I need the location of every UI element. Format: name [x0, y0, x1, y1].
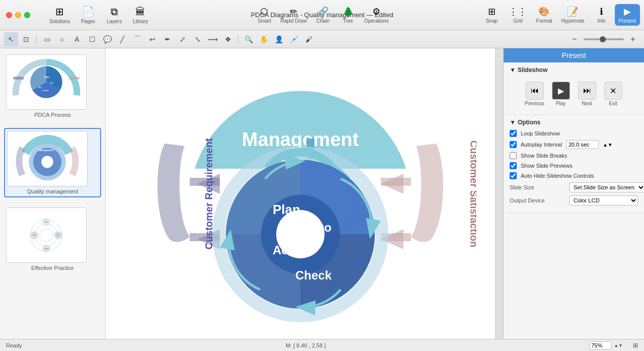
minimize-button[interactable] — [15, 12, 21, 18]
svg-text:Act: Act — [43, 164, 45, 166]
solutions-button[interactable]: ⊞ Solutions — [45, 4, 74, 26]
rapid-draw-icon: ✏ — [290, 6, 297, 17]
slide-1-thumb[interactable]: Plan Do Act Check PDCA Process — [4, 52, 101, 120]
maximize-button[interactable] — [24, 12, 30, 18]
library-icon: 🏛 — [135, 6, 145, 18]
hypernote-button[interactable]: 📝 Hypernote — [557, 4, 588, 26]
operations-button[interactable]: ⚙ Operations — [361, 4, 392, 26]
bezier-tool[interactable]: ⟿ — [206, 32, 220, 46]
zoom-display[interactable]: ▲▼ — [589, 341, 623, 349]
search-tool[interactable]: 🔍 — [242, 32, 256, 46]
canvas-area[interactable]: Management — [106, 48, 503, 339]
slide-3-thumb[interactable]: Plan Do Check Act Effective Practice — [4, 205, 101, 273]
show-breaks-checkbox[interactable] — [510, 152, 517, 159]
toolbar-right: ⊞ Snap ⋮⋮ Grid 🎨 Format 📝 Hypernote ℹ In… — [479, 4, 644, 26]
fit-page-button[interactable]: ⊞ — [633, 342, 638, 349]
tree-button[interactable]: 🌲 Tree — [336, 4, 360, 26]
ellipse-tool[interactable]: ○ — [55, 32, 69, 46]
user-tool[interactable]: 👤 — [272, 32, 286, 46]
multiselect-tool[interactable]: ⊡ — [19, 32, 33, 46]
library-button[interactable]: 🏛 Library — [128, 4, 152, 26]
pages-icon: 📄 — [82, 6, 95, 18]
zoom-slider[interactable] — [584, 38, 624, 40]
fill-tool[interactable]: 🖌 — [302, 32, 316, 46]
shape-tool[interactable]: ❖ — [221, 32, 235, 46]
show-previews-checkbox[interactable] — [510, 162, 517, 169]
slideshow-header[interactable]: ▼ Slideshow — [510, 66, 638, 74]
slide-2-label: Quality management — [7, 188, 98, 194]
format-button[interactable]: 🎨 Format — [532, 4, 556, 26]
slide-size-select[interactable]: Set Slide Size as Screen — [569, 182, 644, 192]
hand-tool[interactable]: ✋ — [257, 32, 271, 46]
diagram-canvas: Management — [106, 48, 495, 339]
layers-button[interactable]: ⧉ Layers — [102, 4, 126, 26]
exit-button[interactable]: ✕ Exit — [603, 82, 623, 106]
rapid-draw-button[interactable]: ✏ Rapid Draw — [277, 4, 309, 26]
options-collapse-icon: ▼ — [510, 119, 516, 126]
slide-size-row: Slide Size Set Slide Size as Screen — [510, 182, 638, 192]
smart-button[interactable]: ⬡ Smart — [252, 4, 276, 26]
eyedropper-tool[interactable]: 💉 — [287, 32, 301, 46]
output-device-label: Output Device — [510, 197, 565, 203]
zoom-out-button[interactable]: − — [568, 32, 582, 46]
autoplay-stepper[interactable]: ▲▼ — [603, 142, 613, 148]
vertical-scrollbar[interactable] — [495, 48, 503, 339]
present-button[interactable]: ▶ Present — [615, 4, 640, 26]
curve-tool[interactable]: ⌒ — [130, 32, 144, 46]
smart-icon: ⬡ — [260, 6, 268, 17]
arc-tool[interactable]: ↩ — [145, 32, 159, 46]
next-icon: ⏭ — [578, 82, 596, 100]
close-button[interactable] — [6, 12, 12, 18]
play-icon: ▶ — [552, 82, 570, 100]
zoom-input[interactable] — [589, 341, 612, 349]
snap-icon: ⊞ — [488, 6, 496, 17]
play-button[interactable]: ▶ Play — [551, 82, 571, 106]
next-label: Next — [582, 101, 592, 106]
svg-rect-7 — [13, 77, 24, 79]
info-icon: ℹ — [600, 6, 603, 17]
pen-tool[interactable]: ✒ — [160, 32, 175, 46]
svg-text:Plan: Plan — [44, 76, 49, 79]
solutions-icon: ⊞ — [55, 6, 64, 18]
play-label: Play — [556, 101, 566, 106]
slide-1-preview: Plan Do Act Check — [6, 54, 87, 110]
auto-hide-row: Auto Hide Slideshow Controls — [510, 172, 638, 179]
callout-tool[interactable]: 💬 — [100, 32, 114, 46]
rectangle-tool[interactable]: ▭ — [40, 32, 54, 46]
loop-slideshow-checkbox[interactable] — [510, 130, 517, 137]
snap-button[interactable]: ⊞ Snap — [479, 4, 504, 26]
previous-icon: ⏮ — [526, 82, 544, 100]
svg-text:Act: Act — [273, 243, 292, 257]
pages-button[interactable]: 📄 Pages — [76, 4, 100, 26]
grid-button[interactable]: ⋮⋮ Grid — [505, 4, 531, 26]
line-tool[interactable]: ╱ — [115, 32, 129, 46]
svg-text:Check: Check — [45, 167, 49, 169]
titlebar: ⊞ Solutions 📄 Pages ⧉ Layers 🏛 Library P… — [0, 0, 644, 30]
present-panel: Present ▼ Slideshow ⏮ Previous ▶ Play ⏭ … — [503, 48, 644, 339]
connector-tool[interactable]: ⤢ — [176, 32, 190, 46]
auto-hide-checkbox[interactable] — [510, 172, 517, 179]
operations-icon: ⚙ — [372, 6, 380, 17]
loop-slideshow-row: Loop Slideshow — [510, 130, 638, 137]
zoom-in-button[interactable]: + — [626, 32, 640, 46]
options-header[interactable]: ▼ Options — [510, 119, 638, 126]
show-breaks-label: Show Slide Breaks — [521, 153, 567, 159]
slide-2-thumb[interactable]: Management Plan Do Act Check Quality man… — [4, 128, 101, 197]
svg-rect-41 — [381, 178, 411, 186]
select-tool[interactable]: ↖ — [4, 32, 18, 46]
smart-connector-tool[interactable]: ⤡ — [191, 32, 205, 46]
autoplay-checkbox[interactable] — [510, 141, 517, 148]
textbox-tool[interactable]: ☐ — [85, 32, 99, 46]
svg-rect-8 — [69, 77, 79, 79]
svg-rect-18 — [7, 208, 86, 261]
text-tool[interactable]: A — [70, 32, 84, 46]
chain-button[interactable]: 🔗 Chain — [311, 4, 335, 26]
previous-button[interactable]: ⏮ Previous — [525, 82, 545, 106]
info-button[interactable]: ℹ Info — [590, 4, 614, 26]
next-button[interactable]: ⏭ Next — [577, 82, 597, 106]
output-device-select[interactable]: Color LCD — [569, 195, 638, 205]
tree-icon: 🌲 — [343, 6, 354, 17]
zoom-stepper[interactable]: ▲▼ — [614, 343, 623, 348]
chain-icon: 🔗 — [317, 6, 329, 17]
autoplay-value[interactable] — [566, 140, 599, 149]
